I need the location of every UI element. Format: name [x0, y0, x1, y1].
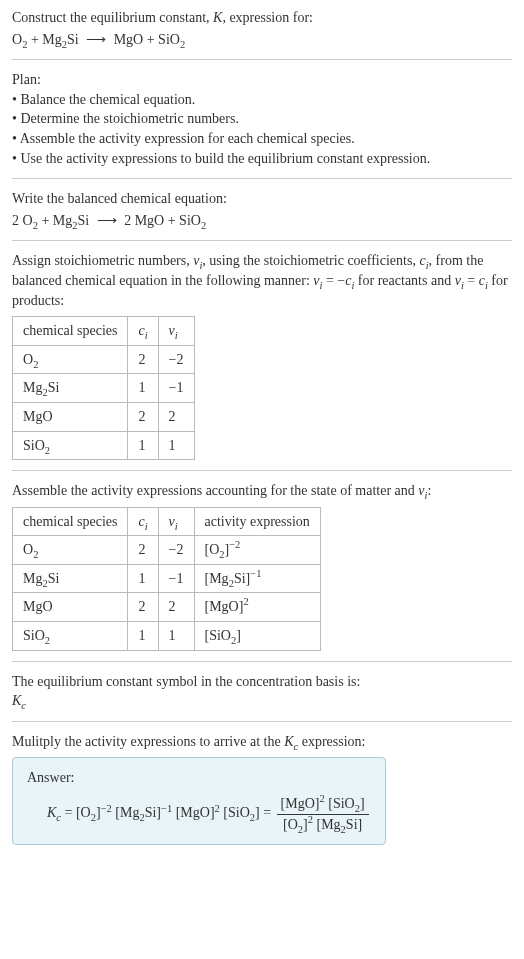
text: O [23, 542, 33, 557]
cell-activity: [SiO2] [194, 622, 320, 651]
stoichiometry-table: chemical species ci νi O2 2 −2 Mg2Si 1 −… [12, 316, 195, 460]
cell-species: Mg2Si [13, 374, 128, 403]
text: , using the stoichiometric coefficients, [202, 253, 419, 268]
denominator: [O2]2 [Mg2Si] [277, 815, 369, 835]
text: [O [76, 805, 91, 820]
text: Mg [23, 571, 42, 586]
cell-nu: 1 [158, 622, 194, 651]
subscript: 2 [33, 549, 38, 560]
balanced-title: Write the balanced chemical equation: [12, 189, 512, 209]
cell-c: 2 [128, 536, 158, 565]
text: , expression for: [222, 10, 313, 25]
text: + Mg [27, 32, 61, 47]
subscript: i [175, 520, 178, 531]
text: Si [77, 213, 92, 228]
assign-paragraph: Assign stoichiometric numbers, νi, using… [12, 251, 512, 310]
cell-c: 2 [128, 402, 158, 431]
cell-species: MgO [13, 593, 128, 622]
divider [12, 661, 512, 662]
k-symbol: K [12, 693, 21, 708]
table-row: O2 2 −2 [O2]−2 [13, 536, 321, 565]
cell-nu: 2 [158, 593, 194, 622]
cell-nu: −2 [158, 536, 194, 565]
text: 2 MgO + SiO [121, 213, 201, 228]
text: SiO [23, 628, 45, 643]
cell-nu: −1 [158, 374, 194, 403]
text: [SiO [220, 805, 250, 820]
divider [12, 59, 512, 60]
cell-species: O2 [13, 536, 128, 565]
cell-species: SiO2 [13, 622, 128, 651]
text: [Mg [313, 817, 341, 832]
subscript: 2 [201, 220, 206, 231]
plan-title: Plan: [12, 70, 512, 90]
col-nui: νi [158, 507, 194, 536]
divider [12, 721, 512, 722]
cell-nu: 1 [158, 431, 194, 460]
arrow-icon: ⟶ [93, 213, 121, 228]
table-row: MgO 2 2 [MgO]2 [13, 593, 321, 622]
cell-c: 1 [128, 564, 158, 593]
text: Si] [234, 571, 250, 586]
subscript: 2 [45, 635, 50, 646]
assign-section: Assign stoichiometric numbers, νi, using… [12, 251, 512, 460]
text: [SiO [205, 628, 231, 643]
cell-nu: 2 [158, 402, 194, 431]
text: 2 O [12, 213, 33, 228]
superscript: −2 [229, 540, 240, 551]
equals: = [61, 805, 76, 820]
col-activity: activity expression [194, 507, 320, 536]
text: Construct the equilibrium constant, [12, 10, 213, 25]
intro-line1: Construct the equilibrium constant, K, e… [12, 8, 512, 28]
text: O [23, 352, 33, 367]
subscript: i [175, 330, 178, 341]
cell-c: 1 [128, 431, 158, 460]
subscript: c [21, 700, 26, 711]
cell-c: 2 [128, 345, 158, 374]
text: = [464, 273, 479, 288]
table-row: Mg2Si 1 −1 [13, 374, 195, 403]
cell-species: O2 [13, 345, 128, 374]
plan-bullet: • Assemble the activity expression for e… [12, 129, 512, 149]
divider [12, 240, 512, 241]
equals: = [260, 805, 275, 820]
text: Si] [145, 805, 161, 820]
answer-box: Answer: Kc = [O2]−2 [Mg2Si]−1 [MgO]2 [Si… [12, 757, 386, 845]
cell-activity: [Mg2Si]−1 [194, 564, 320, 593]
intro-section: Construct the equilibrium constant, K, e… [12, 8, 512, 49]
text: [O [283, 817, 298, 832]
cell-activity: [O2]−2 [194, 536, 320, 565]
activity-section: Assemble the activity expressions accoun… [12, 481, 512, 651]
balanced-equation: 2 O2 + Mg2Si ⟶ 2 MgO + SiO2 [12, 211, 512, 231]
text: Assign stoichiometric numbers, [12, 253, 193, 268]
k-symbol: K [213, 10, 222, 25]
text: Si [48, 571, 60, 586]
kc-symbol: Kc [12, 691, 512, 711]
cell-c: 2 [128, 593, 158, 622]
text: = − [322, 273, 345, 288]
table-header-row: chemical species ci νi activity expressi… [13, 507, 321, 536]
text: [O [205, 542, 220, 557]
text: + Mg [38, 213, 72, 228]
divider [12, 470, 512, 471]
fraction: [MgO]2 [SiO2] [O2]2 [Mg2Si] [277, 794, 369, 834]
cell-c: 1 [128, 622, 158, 651]
cell-nu: −1 [158, 564, 194, 593]
text: ] [360, 796, 365, 811]
numerator: [MgO]2 [SiO2] [277, 794, 369, 815]
subscript: i [145, 520, 148, 531]
superscript: 2 [243, 597, 248, 608]
arrow-icon: ⟶ [82, 32, 110, 47]
plan-bullet: • Use the activity expressions to build … [12, 149, 512, 169]
text: Si] [346, 817, 362, 832]
cell-nu: −2 [158, 345, 194, 374]
col-ci: ci [128, 317, 158, 346]
activity-table: chemical species ci νi activity expressi… [12, 507, 321, 651]
k-symbol: K [284, 734, 293, 749]
divider [12, 178, 512, 179]
text: Assemble the activity expressions accoun… [12, 483, 418, 498]
text: [Mg [205, 571, 229, 586]
superscript: −2 [101, 803, 112, 814]
plan-bullet: • Determine the stoichiometric numbers. [12, 109, 512, 129]
cell-species: MgO [13, 402, 128, 431]
